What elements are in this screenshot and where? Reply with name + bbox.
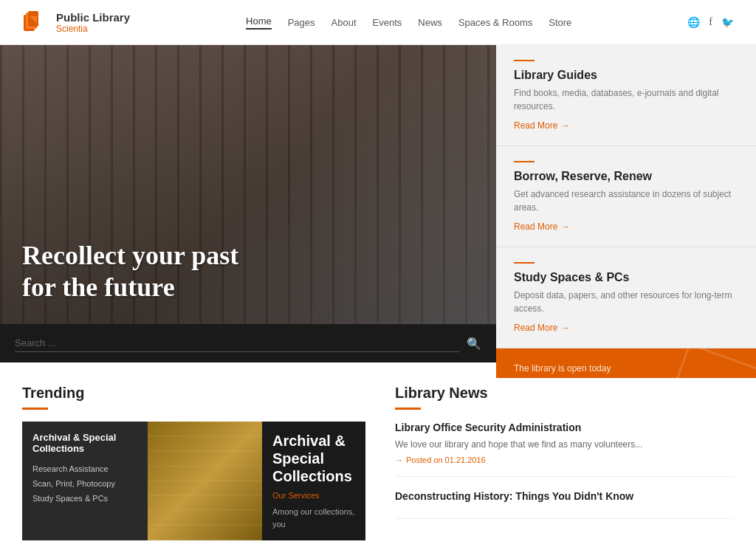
accent-line <box>514 60 535 61</box>
nav-about[interactable]: About <box>331 17 357 28</box>
read-more-2[interactable]: Read More <box>514 221 738 232</box>
accent-line <box>514 262 535 264</box>
hero-image <box>0 45 496 362</box>
hero-image-area: Recollect your past for the future 🔍 <box>0 45 496 362</box>
nav-news[interactable]: News <box>418 17 442 28</box>
trending-title: Trending <box>22 385 365 402</box>
twitter-icon[interactable]: 🐦 <box>721 16 734 29</box>
guide-title-1: Library Guides <box>514 69 738 82</box>
lower-section: Trending Archival & Special Collections … <box>0 362 756 550</box>
hero-search-bar: 🔍 <box>0 324 496 362</box>
news-item-1: Library Office Security Administration W… <box>395 422 734 477</box>
trending-sidebar-links: Research Assistance Scan, Print, Photoco… <box>32 464 137 503</box>
trending-sidebar-title: Archival & Special Collections <box>32 432 137 454</box>
sidebar-link-1[interactable]: Research Assistance <box>32 464 137 473</box>
news-title: Library News <box>395 385 734 402</box>
trending-description: Among our collections, you <box>272 506 355 530</box>
trending-underline <box>22 408 48 410</box>
trending-main: Archival & Special Collections Our Servi… <box>262 422 365 540</box>
news-item-1-posted: Posted on 01.21.2016 <box>395 456 734 464</box>
sidebar-link-2[interactable]: Scan, Print, Photocopy <box>32 479 137 488</box>
hero-text: Recollect your past for the future <box>22 240 238 303</box>
read-more-3[interactable]: Read More <box>514 323 738 333</box>
news-item-1-title[interactable]: Library Office Security Administration <box>395 422 734 433</box>
hero-right-panel: Library Guides Find books, media, databa… <box>496 45 756 362</box>
search-icon[interactable]: 🔍 <box>467 337 481 351</box>
globe-icon[interactable]: 🌐 <box>687 16 700 29</box>
our-services-label: Our Services <box>272 491 355 500</box>
guide-desc-2: Get advanced research assistance in doze… <box>514 188 738 214</box>
accent-line <box>514 161 535 162</box>
nav-social-icons: 🌐 f 🐦 <box>687 16 734 29</box>
guide-desc-1: Find books, media, databases, e-journals… <box>514 86 738 113</box>
news-item-2: Deconstructing History: Things You Didn'… <box>395 490 734 519</box>
guide-item-2: Borrow, Reserve, Renew Get advanced rese… <box>496 146 756 247</box>
logo-text: Public Library Scientia <box>56 11 130 34</box>
hero-headline: Recollect your past for the future <box>22 240 238 303</box>
library-hours: 6:00 AM – 8:00 PM <box>514 377 738 378</box>
trending-column: Trending Archival & Special Collections … <box>22 385 365 540</box>
facebook-icon[interactable]: f <box>709 16 712 28</box>
sidebar-link-3[interactable]: Study Spaces & PCs <box>32 494 137 503</box>
news-column: Library News Library Office Security Adm… <box>395 385 734 540</box>
news-item-2-title[interactable]: Deconstructing History: Things You Didn'… <box>395 490 734 502</box>
hero-section: Recollect your past for the future 🔍 Lib… <box>0 45 756 362</box>
guide-desc-3: Deposit data, papers, and other resource… <box>514 289 738 315</box>
logo: Public Library Scientia <box>22 9 130 35</box>
news-underline <box>395 408 421 410</box>
read-more-1[interactable]: Read More <box>514 120 738 131</box>
news-item-1-desc: We love our library and hope that we fin… <box>395 438 734 451</box>
header: Public Library Scientia Home Pages About… <box>0 0 756 45</box>
trending-sidebar: Archival & Special Collections Research … <box>22 422 148 540</box>
trending-image <box>148 422 262 540</box>
nav-pages[interactable]: Pages <box>288 17 315 28</box>
trending-card: Archival & Special Collections Research … <box>22 422 365 540</box>
guide-title-2: Borrow, Reserve, Renew <box>514 170 738 183</box>
nav-home[interactable]: Home <box>246 16 272 30</box>
logo-icon <box>22 9 49 35</box>
hours-panel: The library is open today 6:00 AM – 8:00… <box>496 348 756 378</box>
trending-main-title: Archival & Special Collections <box>272 432 355 485</box>
guide-item-1: Library Guides Find books, media, databa… <box>496 45 756 146</box>
guide-title-3: Study Spaces & PCs <box>514 271 738 284</box>
main-nav: Home Pages About Events News Spaces & Ro… <box>246 16 571 30</box>
nav-spaces[interactable]: Spaces & Rooms <box>458 17 532 28</box>
search-input[interactable] <box>15 334 459 352</box>
nav-store[interactable]: Store <box>549 17 571 28</box>
nav-events[interactable]: Events <box>373 17 402 28</box>
open-today-label: The library is open today <box>514 363 738 374</box>
guide-item-3: Study Spaces & PCs Deposit data, papers,… <box>496 247 756 348</box>
